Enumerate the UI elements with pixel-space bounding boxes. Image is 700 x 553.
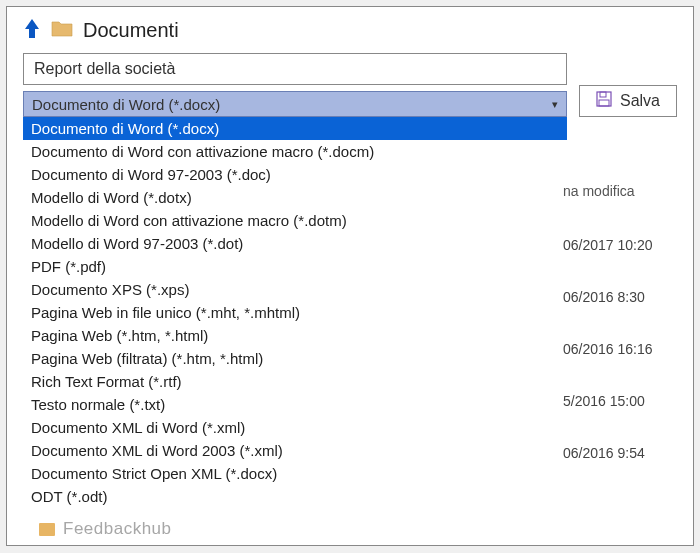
filetype-select[interactable]: Documento di Word (*.docx) ▾	[23, 91, 567, 117]
filetype-option[interactable]: Modello di Word con attivazione macro (*…	[23, 209, 567, 232]
breadcrumb: Documenti	[7, 7, 693, 49]
filetype-option[interactable]: Testo normale (*.txt)	[23, 393, 567, 416]
folder-icon	[51, 19, 73, 41]
filename-row: Documento di Word (*.docx) ▾ Documento d…	[7, 53, 693, 117]
filetype-option[interactable]: Pagina Web (filtrata) (*.htm, *.html)	[23, 347, 567, 370]
list-item[interactable]: 06/2017 10:20	[563, 219, 693, 271]
filetype-option[interactable]: Rich Text Format (*.rtf)	[23, 370, 567, 393]
svg-rect-2	[599, 100, 609, 106]
chevron-down-icon: ▾	[552, 98, 558, 111]
svg-rect-1	[600, 92, 606, 97]
filetype-option[interactable]: PDF (*.pdf)	[23, 255, 567, 278]
filetype-option[interactable]: Pagina Web in file unico (*.mht, *.mhtml…	[23, 301, 567, 324]
list-item[interactable]: 5/2016 15:00	[563, 375, 693, 427]
folder-icon	[39, 523, 55, 536]
column-header-modified[interactable]: na modifica	[563, 177, 693, 219]
filename-input[interactable]	[23, 53, 567, 85]
filetype-option[interactable]: Modello di Word (*.dotx)	[23, 186, 567, 209]
list-item[interactable]: 06/2016 8:30	[563, 271, 693, 323]
background-folder-row[interactable]: Feedbackhub	[39, 519, 172, 539]
up-arrow-icon[interactable]	[23, 17, 41, 43]
background-file-list: na modifica 06/2017 10:20 06/2016 8:30 0…	[563, 177, 693, 479]
filetype-dropdown[interactable]: Documento di Word (*.docx)Documento di W…	[23, 117, 567, 508]
filetype-wrapper: Documento di Word (*.docx) ▾ Documento d…	[23, 91, 567, 117]
filetype-selected-label: Documento di Word (*.docx)	[32, 96, 220, 113]
filetype-option[interactable]: Documento di Word (*.docx)	[23, 117, 567, 140]
filetype-option[interactable]: ODT (*.odt)	[23, 485, 567, 508]
filetype-option[interactable]: Modello di Word 97-2003 (*.dot)	[23, 232, 567, 255]
filetype-option[interactable]: Documento XML di Word 2003 (*.xml)	[23, 439, 567, 462]
filetype-option[interactable]: Documento di Word con attivazione macro …	[23, 140, 567, 163]
list-item[interactable]: 06/2016 9:54	[563, 427, 693, 479]
save-icon	[596, 91, 612, 111]
filetype-option[interactable]: Documento di Word 97-2003 (*.doc)	[23, 163, 567, 186]
filetype-option[interactable]: Documento XML di Word (*.xml)	[23, 416, 567, 439]
save-dialog-window: Documenti Documento di Word (*.docx) ▾ D…	[6, 6, 694, 546]
filetype-option[interactable]: Documento Strict Open XML (*.docx)	[23, 462, 567, 485]
list-item[interactable]: 06/2016 16:16	[563, 323, 693, 375]
save-button-label: Salva	[620, 92, 660, 110]
filetype-option[interactable]: Documento XPS (*.xps)	[23, 278, 567, 301]
filetype-option[interactable]: Pagina Web (*.htm, *.html)	[23, 324, 567, 347]
breadcrumb-title[interactable]: Documenti	[83, 19, 179, 42]
folder-name: Feedbackhub	[63, 519, 172, 539]
save-button[interactable]: Salva	[579, 85, 677, 117]
